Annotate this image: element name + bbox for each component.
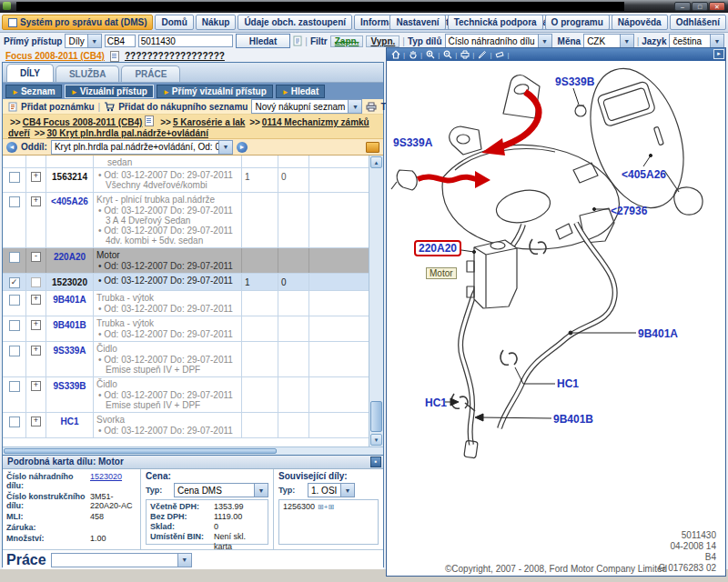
pen-icon[interactable] — [476, 50, 488, 60]
part-number-link[interactable]: 9S339A — [53, 346, 86, 356]
row-checkbox[interactable] — [9, 320, 20, 331]
scroll-down-arrow[interactable]: ▼ — [370, 434, 382, 446]
row-checkbox[interactable] — [9, 172, 20, 183]
row-checkbox[interactable] — [9, 381, 20, 392]
print-diagram-icon[interactable] — [459, 50, 470, 60]
breadcrumb-link-cb4-focus-2008-2011-cb4[interactable]: CB4 Focus 2008-2011 (CB4) — [23, 117, 143, 127]
document-icon[interactable] — [293, 35, 302, 46]
menu-tab-domu[interactable]: Domů — [155, 15, 193, 30]
menu-tab-napoveda[interactable]: Nápověda — [612, 15, 668, 30]
scrollbar-thumb[interactable] — [370, 401, 382, 432]
pan-hand-icon[interactable] — [407, 50, 419, 60]
language-select[interactable]: čeština▼ — [669, 34, 724, 48]
diagram-label-27936[interactable]: <27936 — [611, 205, 647, 217]
row-checkbox[interactable]: ✓ — [9, 277, 20, 288]
filter-off-button[interactable]: Vypn. — [366, 35, 399, 47]
menu-tab-system-pro-spravu-dat-dms[interactable]: Systém pro správu dat (DMS) — [2, 15, 153, 30]
maximize-button[interactable]: □ — [692, 2, 708, 11]
menu-tab-nakup[interactable]: Nákup — [196, 15, 237, 30]
diagram-label-405a26[interactable]: <405A26 — [622, 168, 666, 181]
related-part-item[interactable]: 1256300⊞+⊞ — [283, 502, 374, 511]
add-to-shopping-list-button[interactable]: Přidat do nákupního seznamu — [118, 102, 248, 112]
menu-tab-nastaveni[interactable]: Nastavení — [389, 15, 445, 30]
eraser-icon[interactable] — [493, 50, 505, 60]
zoom-out-icon[interactable] — [441, 50, 453, 60]
row-checkbox[interactable] — [9, 346, 20, 356]
detail-part-number-link[interactable]: 1523020 — [90, 472, 136, 490]
catalog-code-input[interactable] — [105, 35, 136, 47]
row-checkbox[interactable] — [9, 252, 20, 263]
view-button-primy-vizualni-pristup[interactable]: ►Přímý vizuální přístup — [157, 85, 273, 98]
diagram-label-9b401a[interactable]: 9B401A — [638, 327, 678, 340]
menu-tab-o-programu[interactable]: O programu — [545, 15, 610, 30]
filter-on-button[interactable]: Zapn. — [330, 35, 364, 47]
expand-toggle[interactable]: - — [31, 252, 41, 262]
masked-link[interactable]: ?????????????????? — [125, 51, 225, 61]
category-select[interactable]: Díly▼ — [65, 34, 101, 48]
menu-bar: Systém pro správu dat (DMS)DomůNákupÚdaj… — [0, 13, 728, 33]
related-parts-list[interactable]: 1256300⊞+⊞ — [278, 499, 379, 545]
scroll-up-arrow[interactable]: ▲ — [370, 156, 382, 168]
diagram-label-hc1[interactable]: HC1 — [425, 396, 447, 409]
add-note-button[interactable]: Přidat poznámku — [21, 102, 95, 112]
part-type-select[interactable]: Číslo náhradního dílu▼ — [445, 34, 552, 48]
row-checkbox[interactable] — [9, 295, 20, 306]
expand-toggle[interactable]: + — [31, 172, 41, 182]
expand-toggle[interactable]: + — [31, 416, 41, 426]
diagram-label-220a20[interactable]: 220A20 — [414, 240, 461, 256]
view-button-hledat[interactable]: ►Hledat — [276, 85, 325, 98]
menu-tab-odhlaseni[interactable]: Odhlášení — [670, 15, 726, 30]
part-number-link[interactable]: 9B401B — [53, 320, 86, 330]
diagram-canvas[interactable]: 9S339B9S339A<405A26<27936220A209B401AHC1… — [387, 61, 725, 576]
part-number-link[interactable]: <405A26 — [51, 196, 88, 206]
tab-dily[interactable]: DÍLY — [6, 64, 54, 82]
view-button-vizualni-pristup[interactable]: ►Vizuální přístup — [65, 85, 154, 98]
vertical-scrollbar[interactable]: ▲ ▼ — [369, 156, 383, 447]
zoom-in-icon[interactable] — [424, 50, 436, 60]
part-number-link[interactable]: HC1 — [60, 416, 78, 426]
tab-sluzba[interactable]: SLUŽBA — [56, 65, 120, 82]
horizontal-scrollbar[interactable] — [3, 447, 383, 455]
part-number-link[interactable]: 9B401A — [53, 295, 86, 305]
related-type-select[interactable]: 1. OSI▼ — [308, 483, 355, 497]
part-number-input[interactable] — [138, 35, 233, 47]
breadcrumb-link-5-karoserie-a-lak[interactable]: 5 Karosérie a lak — [173, 117, 246, 127]
panel-expand-button[interactable]: ► — [713, 49, 724, 59]
close-button[interactable]: ✕ — [709, 2, 725, 11]
menu-tab-technicka-podpora[interactable]: Technická podpora — [448, 15, 543, 30]
shopping-list-select[interactable]: Nový nákupní seznam▼ — [251, 99, 362, 114]
row-checkbox[interactable] — [9, 196, 20, 207]
diagram-label-hc1[interactable]: HC1 — [557, 377, 579, 390]
home-icon[interactable] — [389, 50, 401, 60]
vehicle-link[interactable]: Focus 2008-2011 (CB4) — [5, 51, 105, 61]
work-select[interactable]: ▼ — [51, 553, 192, 567]
view-button-seznam[interactable]: ►Seznam — [5, 85, 62, 98]
section-select[interactable]: Kryt pln.hrdla pal.nádrže+ovládání, Od: … — [51, 140, 233, 155]
tab-prace[interactable]: PRÁCE — [121, 65, 180, 82]
menu-tab-udaje-obch-zastoupeni[interactable]: Údaje obch. zastoupení — [238, 15, 352, 30]
expand-toggle[interactable]: + — [31, 320, 41, 330]
breadcrumb-link-30-kryt-pln-hrdla-pal-nadrze-ovladani[interactable]: 30 Kryt pln.hrdla pal.nádrže+ovládání — [46, 128, 208, 138]
currency-select[interactable]: CZK▼ — [583, 34, 633, 48]
checkbox-cell — [3, 291, 26, 316]
part-number-link[interactable]: 220A20 — [54, 252, 86, 262]
diagram-label-9s339b[interactable]: 9S339B — [555, 75, 594, 88]
hscrollbar-thumb[interactable] — [4, 448, 277, 454]
previous-section-button[interactable]: ◄ — [6, 142, 17, 153]
diagram-label-9b401b[interactable]: 9B401B — [553, 413, 593, 426]
collapse-panel-button[interactable]: ▪ — [370, 457, 381, 467]
part-validity: • Od: 03-12-2007 Do: 29-07-2011 — [96, 329, 238, 339]
price-type-select[interactable]: Cena DMS▼ — [174, 483, 268, 497]
expand-toggle[interactable]: + — [31, 196, 41, 206]
part-number-link[interactable]: 9S339B — [53, 381, 86, 391]
next-section-button[interactable]: ► — [237, 142, 248, 153]
row-checkbox[interactable] — [9, 416, 20, 427]
expand-toggle[interactable]: + — [31, 346, 41, 356]
catalog-folder-icon[interactable] — [366, 142, 379, 153]
minimize-button[interactable]: – — [674, 2, 691, 11]
expand-toggle[interactable]: + — [31, 381, 41, 391]
search-button[interactable]: Hledat — [236, 34, 291, 48]
vehicle-doc-icon[interactable] — [110, 51, 119, 62]
diagram-label-9s339a[interactable]: 9S339A — [393, 136, 432, 149]
expand-toggle[interactable]: + — [31, 295, 41, 305]
